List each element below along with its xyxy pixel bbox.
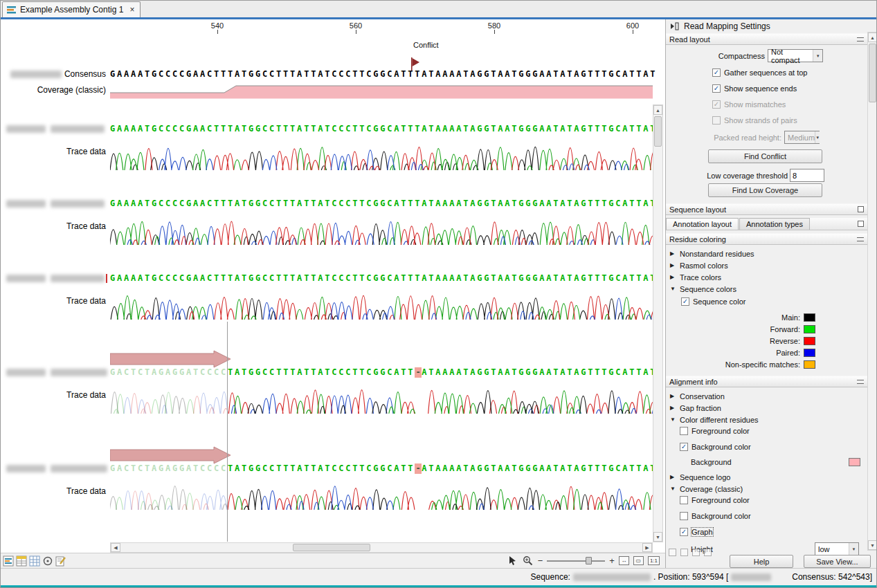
checkbox-background-color[interactable]: Background color [680,441,867,452]
compactness-select[interactable]: Not compact [768,49,823,62]
help-button[interactable]: Help [730,555,793,568]
checkbox-foreground-color[interactable]: Foreground color [680,495,867,506]
fit-screen-icon[interactable]: ▭ [633,556,644,565]
height-select[interactable]: low [815,542,859,555]
checkbox-graph[interactable]: Graph [680,526,867,538]
tab-annotation-layout[interactable]: Annotation layout [666,218,739,230]
chevron-collapsed-icon[interactable] [670,262,676,268]
zoom-slider[interactable] [547,556,605,565]
palette-settings-icon[interactable] [704,549,712,556]
color-swatch[interactable] [804,337,815,345]
tab-annotation-types[interactable]: Annotation types [739,218,810,230]
group-header-read-layout[interactable]: Read layout [666,33,867,45]
find-conflict-button[interactable]: Find Conflict [708,149,822,163]
tree-item-conservation[interactable]: Conservation [666,390,867,402]
tree-item-nonstandard-residues[interactable]: Nonstandard residues [666,248,867,259]
checkbox-icon[interactable] [680,528,688,536]
read-sequence[interactable]: GAAAATGCCCCGAACTTTATGGCCTTTATTATCCCTTCGG… [110,273,657,284]
close-icon[interactable]: × [129,5,134,15]
horizontal-scroll-thumb[interactable] [293,544,370,551]
group-header-sequence-layout[interactable]: Sequence layout [666,203,867,215]
tree-item-sequence-logo[interactable]: Sequence logo [666,471,867,483]
chevron-expanded-icon[interactable] [670,286,676,292]
group-header-alignment-info[interactable]: Alignment info [666,376,867,387]
collapse-group-icon[interactable] [857,37,864,42]
color-swatch[interactable] [804,325,815,333]
one-to-one-zoom-button[interactable]: 1:1 [648,556,660,565]
palette-settings-icon[interactable] [692,549,700,556]
palette-icon[interactable] [858,206,864,212]
graphical-view-icon[interactable] [3,555,14,567]
conflict-residue[interactable]: - [415,463,422,474]
checkbox-sequence-color[interactable]: Sequence color [681,296,867,307]
collapse-group-icon[interactable] [857,237,864,241]
zoom-in-magnifier-icon[interactable] [523,555,534,566]
table-view-icon[interactable] [29,555,40,567]
scroll-down-icon[interactable]: ▼ [653,532,662,542]
checkbox-foreground-color[interactable]: Foreground color [680,425,867,437]
panel-scroll-thumb[interactable] [869,44,876,102]
chevron-collapsed-icon[interactable] [670,405,676,411]
scroll-up-icon[interactable]: ▲ [653,105,662,115]
checkbox-icon[interactable] [712,68,721,77]
fit-width-icon[interactable]: ↔ [619,556,629,565]
tab-example-assembly-contig[interactable]: Example Assembly Contig 1 × [2,1,141,17]
read-direction-arrow[interactable] [110,446,233,464]
scroll-left-icon[interactable]: ◀ [111,543,120,552]
low-coverage-threshold-input[interactable] [790,169,824,182]
palette-settings-icon[interactable] [669,549,676,556]
table-edit-view-icon[interactable] [16,555,27,567]
checkbox-icon[interactable] [680,443,688,451]
color-swatch[interactable] [804,313,815,322]
checkbox-icon[interactable] [681,297,689,306]
trace-chromatogram[interactable] [110,475,653,511]
chevron-collapsed-icon[interactable] [670,393,676,399]
vertical-scroll-thumb[interactable] [654,116,662,147]
tree-item-gap-fraction[interactable]: Gap fraction [666,402,867,414]
trace-chromatogram[interactable] [110,284,653,320]
circular-view-icon[interactable] [42,555,53,567]
conflict-residue[interactable]: - [415,367,422,378]
chevron-collapsed-icon[interactable] [670,250,676,257]
scroll-right-icon[interactable]: ▶ [642,543,652,552]
save-view-button[interactable]: Save View... [804,555,871,568]
coverage-graph[interactable] [110,84,653,99]
chevron-expanded-icon[interactable] [670,416,676,423]
checkbox-icon[interactable] [680,496,688,504]
checkbox-icon[interactable] [712,84,721,93]
tree-item-coverage-classic[interactable]: Coverage (classic) [666,483,867,495]
tree-item-rasmol-colors[interactable]: Rasmol colors [666,259,867,271]
vertical-scrollbar[interactable]: ▲ ▼ [653,104,663,542]
collapse-group-icon[interactable] [857,380,864,384]
panel-scrollbar[interactable]: ▲ ▼ [867,32,877,551]
chevron-expanded-icon[interactable] [670,486,676,492]
color-swatch[interactable] [804,349,815,357]
trace-chromatogram[interactable] [110,210,653,246]
horizontal-scrollbar[interactable]: ◀ ▶ [110,542,653,553]
zoom-out-button[interactable]: − [538,556,543,565]
side-panel-icon[interactable] [670,22,680,30]
palette-icon[interactable] [858,221,864,227]
tree-item-trace-colors[interactable]: Trace colors [666,271,867,283]
palette-settings-icon[interactable] [680,549,688,556]
color-swatch[interactable] [849,458,860,466]
chevron-collapsed-icon[interactable] [670,274,676,280]
scroll-down-icon[interactable]: ▼ [868,540,877,550]
read-sequence[interactable]: GAAAATGCCCCGAACTTTATGGCCTTTATTATCCCTTCGG… [110,124,657,134]
selection-pointer-icon[interactable] [508,555,518,566]
read-sequence[interactable]: GACTCTAGAGGATCCCCTATGGCCTTTATTATCCCTTCGG… [110,463,657,474]
zoom-slider-thumb[interactable] [586,557,592,564]
read-sequence[interactable]: GAAAATGCCCCGAACTTTATGGCCTTTATTATCCCTTCGG… [110,199,657,209]
tree-item-color-different-residues[interactable]: Color different residues [666,414,867,425]
checkbox-icon[interactable] [680,427,688,435]
color-swatch[interactable] [804,360,815,369]
tree-item-sequence-colors[interactable]: Sequence colors [666,283,867,295]
group-header-residue-coloring[interactable]: Residue coloring [666,233,867,245]
read-sequence[interactable]: GACTCTAGAGGATCCCCTATGGCCTTTATTATCCCTTCGG… [110,367,657,378]
consensus-sequence[interactable]: GAAAATGCCCCGAACTTTATGGCCTTTATTATCCCTTCGG… [110,69,657,80]
read-direction-arrow[interactable] [110,350,233,368]
checkbox-background-color[interactable]: Background color [680,511,867,522]
checkbox-icon[interactable] [680,512,688,520]
chevron-collapsed-icon[interactable] [670,474,676,480]
annotation-view-icon[interactable] [55,555,66,567]
